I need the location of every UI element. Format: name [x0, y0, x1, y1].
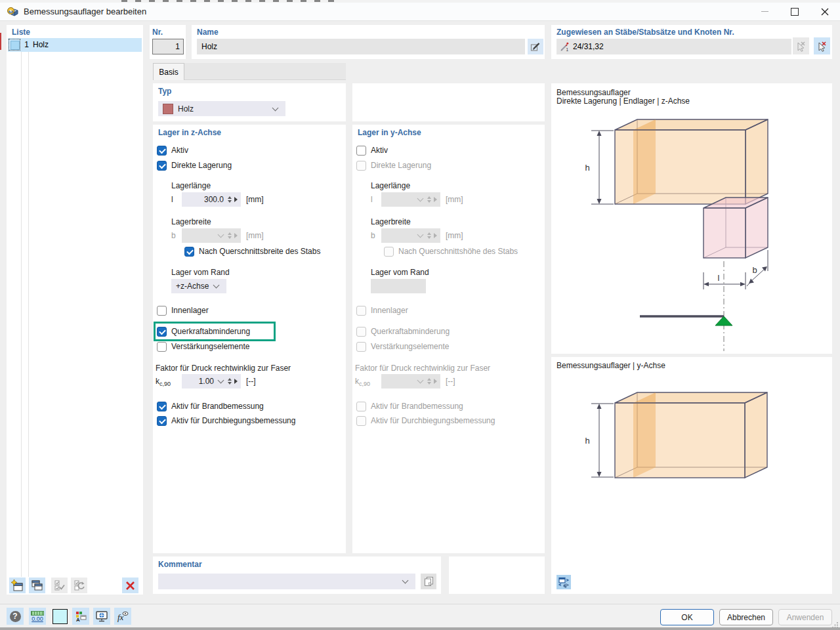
- check-all-button: [51, 578, 68, 593]
- chevron-down-icon: [417, 377, 424, 384]
- delete-item-button[interactable]: [122, 578, 138, 593]
- edit-design-support-dialog: { "window": { "title": "Bemessungsauflag…: [0, 0, 840, 630]
- name-input[interactable]: Holz: [197, 39, 525, 54]
- expand-arrow-icon[interactable]: [234, 197, 238, 202]
- svg-text:A: A: [76, 617, 80, 623]
- verstaerkung-z-row: Verstärkungselemente: [157, 341, 249, 352]
- spinner-icon[interactable]: [228, 378, 232, 385]
- aktiv-z-checkbox[interactable]: [157, 146, 167, 156]
- expand-arrow-icon: [234, 233, 238, 238]
- graphics-z-title-line1: Bemessungsauflager: [556, 88, 631, 97]
- tab-basis[interactable]: Basis: [153, 63, 184, 80]
- reset-checks-icon: [74, 579, 85, 591]
- close-button[interactable]: [810, 3, 840, 20]
- copy-item-button[interactable]: [29, 578, 45, 593]
- expand-arrow-icon: [434, 379, 437, 384]
- display-properties-button[interactable]: A: [72, 608, 89, 625]
- assigned-field[interactable]: 1 24/31,32: [556, 39, 791, 54]
- maximize-button[interactable]: [780, 3, 810, 20]
- durchbiegung-y-row: Aktiv für Durchbiegungsbemessung: [356, 415, 495, 426]
- expand-arrow-icon: [434, 197, 437, 202]
- svg-text:l: l: [718, 273, 720, 283]
- units-settings-icon: 0.00: [31, 611, 44, 622]
- ok-button[interactable]: OK: [660, 609, 714, 625]
- support-z-title: Lager in z-Achse: [158, 128, 221, 137]
- typ-panel: Typ Holz: [153, 83, 346, 121]
- color-swatch-button[interactable]: [52, 609, 68, 624]
- lagerlaenge-z-input[interactable]: 300.0: [182, 192, 241, 207]
- lagerbreite-z-label: Lagerbreite: [171, 217, 211, 226]
- copy-comment-button[interactable]: [421, 574, 436, 589]
- lagerbreite-z-input: [182, 228, 241, 243]
- durchbiegung-z-row: Aktiv für Durchbiegungsbemessung: [157, 415, 295, 426]
- direkte-z-checkbox[interactable]: [157, 161, 167, 171]
- minimize-icon: [761, 11, 768, 12]
- minimize-button[interactable]: [749, 3, 780, 20]
- nach-querschnitt-y-checkbox: [384, 247, 394, 257]
- spinner-icon[interactable]: [228, 196, 232, 203]
- units-settings-button[interactable]: 0.00: [29, 608, 46, 625]
- list-item-name: Holz: [33, 40, 49, 49]
- chevron-down-icon: [272, 104, 279, 111]
- help-button[interactable]: ?: [7, 608, 24, 625]
- rendering-settings-icon: [95, 610, 108, 623]
- verstaerkung-z-checkbox[interactable]: [157, 342, 167, 352]
- brand-z-row: Aktiv für Brandbemessung: [157, 401, 264, 411]
- lagerbreite-z-symbol: b: [171, 231, 176, 240]
- lagerlaenge-z-symbol: l: [171, 195, 173, 204]
- chevron-down-icon: [402, 578, 409, 584]
- remove-assignment-cursor-icon: [816, 41, 828, 52]
- app-icon: 6: [7, 5, 19, 18]
- formula-icon: fx: [116, 610, 129, 623]
- spinner-icon: [228, 232, 232, 240]
- comment-title: Kommentar: [158, 560, 202, 569]
- nr-label: Nr.: [152, 28, 163, 37]
- comment-panel: Kommentar: [153, 556, 441, 594]
- durchbiegung-y-checkbox: [356, 416, 366, 426]
- nach-querschnitt-z-row: Nach Querschnittsbreite des Stabs: [184, 246, 320, 257]
- chevron-down-icon: [417, 196, 424, 202]
- sync-graphics-button[interactable]: [556, 575, 571, 589]
- list-item[interactable]: 1 Holz: [8, 38, 142, 52]
- verstaerkung-y-checkbox: [356, 342, 366, 352]
- chevron-down-icon: [218, 232, 224, 238]
- svg-text:fx: fx: [117, 612, 124, 622]
- close-icon: [821, 8, 829, 16]
- cancel-button[interactable]: Abbrechen: [719, 609, 773, 625]
- formula-button[interactable]: fx: [114, 608, 131, 625]
- copy-comment-icon: [423, 576, 434, 587]
- svg-text:h: h: [585, 436, 589, 446]
- aktiv-y-row: Aktiv: [356, 145, 388, 156]
- nr-field: 1: [152, 39, 184, 54]
- kc90-y-input: [381, 374, 440, 388]
- remove-assignment-button[interactable]: [814, 37, 830, 54]
- expand-arrow-icon[interactable]: [234, 379, 238, 384]
- rendering-settings-button[interactable]: [93, 608, 110, 625]
- querkraftabminderung-z-checkbox[interactable]: [157, 327, 167, 337]
- lager-vom-rand-z-dropdown[interactable]: +z-Achse: [171, 279, 226, 293]
- delete-item-icon: [125, 581, 135, 591]
- aktiv-y-checkbox[interactable]: [356, 146, 366, 156]
- assigned-panel: Zugewiesen an Stäbe/Stabsätze und Knoten…: [551, 25, 832, 59]
- brand-y-checkbox: [356, 402, 366, 411]
- rename-icon: [530, 41, 541, 52]
- list-item-swatch-cell: [9, 39, 20, 51]
- new-item-button[interactable]: [9, 578, 26, 593]
- nach-querschnitt-z-checkbox[interactable]: [184, 247, 194, 257]
- comment-input[interactable]: [158, 574, 415, 589]
- brand-z-checkbox[interactable]: [157, 402, 167, 411]
- spinner-icon: [427, 232, 431, 240]
- lager-vom-rand-z-label: Lager vom Rand: [171, 268, 230, 277]
- color-swatch: [10, 41, 20, 50]
- typ-dropdown[interactable]: Holz: [158, 101, 285, 116]
- durchbiegung-z-checkbox[interactable]: [157, 416, 167, 426]
- pick-objects-cursor-icon: [795, 41, 807, 52]
- kc90-z-input[interactable]: 1.00: [182, 374, 241, 388]
- title-bar: 6 Bemessungsauflager bearbeiten: [0, 3, 840, 21]
- kc90-y-symbol: kc,90: [355, 377, 370, 387]
- check-all-icon: [54, 579, 66, 591]
- lagerlaenge-y-label: Lagerlänge: [371, 181, 410, 190]
- innenlager-z-checkbox[interactable]: [157, 306, 167, 316]
- lagerlaenge-y-input: [381, 192, 440, 207]
- rename-button[interactable]: [528, 39, 543, 54]
